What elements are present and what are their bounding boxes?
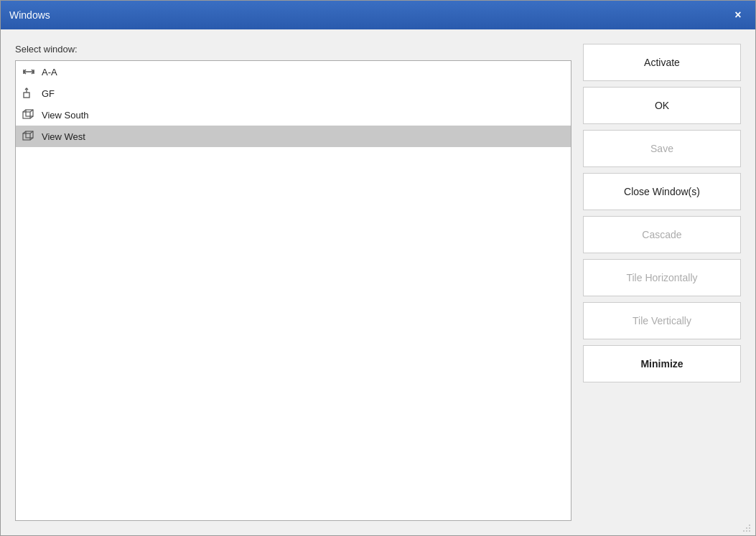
elevation-icon — [22, 86, 36, 100]
tile-horizontally-button[interactable]: Tile Horizontally — [583, 259, 741, 296]
window-list[interactable]: A-A GF — [15, 60, 571, 521]
svg-point-16 — [746, 527, 747, 529]
3d-view-icon — [22, 129, 36, 144]
svg-point-18 — [749, 525, 750, 526]
windows-dialog: Windows × Select window: — [0, 0, 756, 536]
list-item-label: View West — [42, 131, 85, 142]
list-item[interactable]: GF — [16, 83, 571, 104]
dialog-title: Windows — [9, 9, 50, 21]
svg-point-17 — [749, 527, 750, 529]
close-windows-button[interactable]: Close Window(s) — [583, 173, 741, 210]
list-item-label: A-A — [42, 67, 57, 77]
list-item-label: GF — [42, 88, 55, 99]
tile-vertically-button[interactable]: Tile Vertically — [583, 302, 741, 339]
dialog-body: Select window: A-A — [1, 29, 755, 535]
left-panel: Select window: A-A — [15, 44, 571, 521]
svg-rect-1 — [24, 93, 29, 98]
svg-rect-8 — [23, 133, 30, 140]
right-panel: Activate OK Save Close Window(s) Cascade… — [583, 44, 741, 521]
list-item[interactable]: View West — [16, 126, 571, 147]
cascade-button[interactable]: Cascade — [583, 216, 741, 253]
svg-point-13 — [743, 530, 745, 532]
minimize-button[interactable]: Minimize — [583, 345, 741, 382]
list-item[interactable]: View South — [16, 104, 571, 126]
resize-handle[interactable] — [742, 522, 752, 532]
3d-view-icon — [22, 108, 36, 122]
svg-point-14 — [746, 530, 747, 532]
select-label: Select window: — [15, 44, 571, 55]
ok-button[interactable]: OK — [583, 87, 741, 124]
title-bar: Windows × — [1, 1, 755, 29]
section-icon — [22, 65, 36, 79]
list-item-label: View South — [42, 110, 89, 121]
list-item[interactable]: A-A — [16, 61, 571, 83]
save-button[interactable]: Save — [583, 130, 741, 167]
svg-rect-3 — [23, 112, 30, 118]
close-button[interactable]: × — [729, 6, 747, 24]
activate-button[interactable]: Activate — [583, 44, 741, 81]
svg-point-15 — [749, 530, 750, 532]
